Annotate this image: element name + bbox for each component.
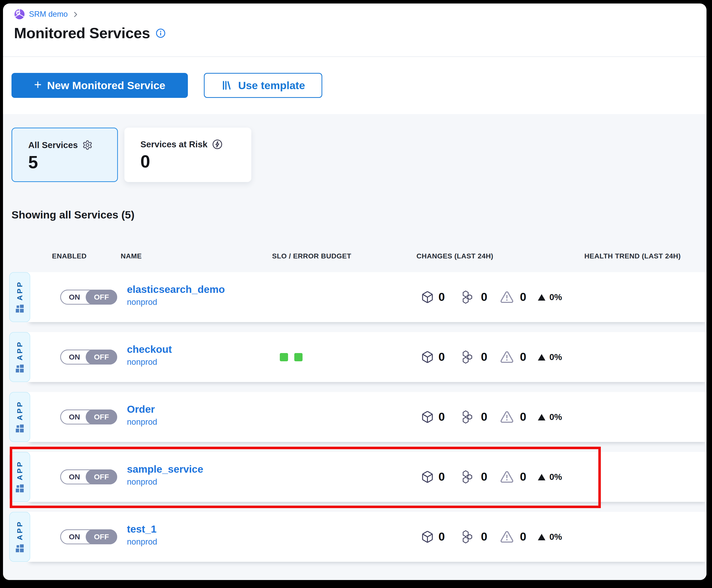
toggle-off-label[interactable]: OFF — [86, 529, 117, 544]
list-heading: Showing all Services (5) — [12, 209, 135, 221]
enabled-toggle[interactable]: ON OFF — [60, 469, 117, 484]
toggle-on-label[interactable]: ON — [61, 470, 88, 484]
all-services-card[interactable]: All Services 5 — [12, 128, 118, 182]
app-grid-icon — [15, 483, 25, 493]
use-template-button[interactable]: Use template — [204, 73, 322, 98]
app-grid-icon — [15, 363, 25, 374]
chevron-right-icon — [72, 11, 79, 18]
app-type-tag: APP — [9, 272, 30, 322]
alerts-count: 0 — [520, 290, 526, 303]
new-monitored-service-label: New Monitored Service — [47, 79, 165, 92]
alerts-warning-icon — [500, 290, 514, 304]
trend-up-arrow-icon — [538, 474, 545, 480]
header-divider — [3, 57, 707, 57]
app-grid-icon — [15, 543, 25, 553]
deployments-count: 0 — [439, 410, 445, 423]
trend-up-arrow-icon — [538, 354, 545, 360]
app-grid-icon — [15, 303, 25, 314]
library-icon — [221, 80, 232, 91]
page-title: Monitored Services — [14, 24, 150, 42]
service-name-block: Order nonprod — [127, 403, 157, 427]
enabled-toggle[interactable]: ON OFF — [60, 290, 117, 304]
service-name-block: test_1 nonprod — [127, 523, 157, 547]
services-at-risk-count: 0 — [140, 151, 251, 171]
services-at-risk-label: Services at Risk — [140, 139, 208, 149]
app-type-tag: APP — [9, 452, 30, 502]
service-environment: nonprod — [127, 537, 157, 547]
enabled-toggle[interactable]: ON OFF — [60, 529, 117, 544]
service-row: APP ON OFF test_1 nonprod 0 0 — [9, 512, 707, 562]
services-at-risk-card[interactable]: Services at Risk 0 — [124, 128, 251, 182]
toggle-off-label[interactable]: OFF — [86, 350, 117, 364]
alerts-count: 0 — [520, 530, 526, 543]
service-row: APP ON OFF checkout nonprod 0 0 — [9, 332, 707, 382]
infrastructure-hexagons-icon — [461, 530, 474, 544]
service-environment: nonprod — [127, 477, 203, 487]
alerts-warning-icon — [500, 350, 514, 364]
app-type-tag: APP — [9, 392, 30, 442]
new-monitored-service-button[interactable]: + New Monitored Service — [12, 73, 188, 98]
gear-icon — [82, 140, 93, 150]
service-name-link[interactable]: Order — [127, 403, 157, 415]
deployments-package-icon — [421, 351, 434, 363]
infrastructure-hexagons-icon — [461, 350, 474, 364]
service-name-link[interactable]: elasticsearch_demo — [127, 284, 225, 295]
health-trend-value: 0% — [549, 352, 562, 362]
alerts-count: 0 — [520, 350, 526, 363]
infrastructure-count: 0 — [481, 350, 487, 363]
toggle-on-label[interactable]: ON — [61, 530, 88, 544]
infrastructure-count: 0 — [481, 470, 487, 483]
toggle-off-label[interactable]: OFF — [86, 469, 117, 484]
health-trend-value: 0% — [549, 532, 562, 542]
service-name-link[interactable]: test_1 — [127, 523, 157, 535]
trend-up-arrow-icon — [538, 534, 545, 540]
service-environment: nonprod — [127, 357, 172, 367]
deployments-package-icon — [421, 530, 434, 543]
trend-up-arrow-icon — [538, 414, 545, 420]
health-trend-value: 0% — [549, 292, 562, 302]
deployments-package-icon — [421, 470, 434, 483]
page-header: Monitored Services — [14, 24, 166, 42]
lightning-icon — [212, 139, 223, 150]
use-template-label: Use template — [238, 79, 305, 92]
toggle-on-label[interactable]: ON — [61, 290, 88, 304]
column-header-changes: CHANGES (LAST 24H) — [416, 252, 493, 260]
trend-up-arrow-icon — [538, 294, 545, 301]
app-grid-icon — [15, 423, 25, 434]
toggle-off-label[interactable]: OFF — [86, 290, 117, 304]
app-tag-label: APP — [16, 400, 24, 420]
service-row: APP ON OFF Order nonprod 0 0 — [9, 392, 707, 442]
infrastructure-count: 0 — [481, 410, 487, 423]
infrastructure-hexagons-icon — [461, 470, 474, 484]
info-icon[interactable] — [156, 28, 166, 38]
toggle-off-label[interactable]: OFF — [86, 410, 117, 424]
toggle-on-label[interactable]: ON — [61, 350, 88, 364]
alerts-warning-icon — [500, 470, 514, 484]
all-services-label: All Services — [28, 140, 78, 150]
app-tag-label: APP — [16, 460, 24, 480]
app-type-tag: APP — [9, 512, 30, 562]
service-name-block: sample_service nonprod — [127, 463, 203, 487]
service-row: APP ON OFF sample_service nonprod 0 — [9, 452, 707, 502]
alerts-warning-icon — [500, 410, 514, 424]
slo-error-budget-cell — [280, 353, 303, 361]
slo-status-block — [280, 353, 288, 361]
deployments-count: 0 — [439, 530, 445, 543]
column-header-name: NAME — [121, 252, 142, 260]
breadcrumb-link[interactable]: SRM demo — [29, 10, 68, 19]
service-name-link[interactable]: sample_service — [127, 463, 203, 475]
deployments-count: 0 — [439, 470, 445, 483]
service-name-link[interactable]: checkout — [127, 343, 172, 355]
service-environment: nonprod — [127, 417, 157, 427]
breadcrumb: SRM demo — [14, 8, 79, 20]
toggle-on-label[interactable]: ON — [61, 410, 88, 424]
app-tag-label: APP — [16, 340, 24, 360]
column-header-enabled: ENABLED — [52, 252, 87, 260]
service-name-block: elasticsearch_demo nonprod — [127, 284, 225, 307]
infrastructure-hexagons-icon — [461, 410, 474, 424]
column-header-health-trend: HEALTH TREND (LAST 24H) — [584, 252, 681, 260]
enabled-toggle[interactable]: ON OFF — [60, 410, 117, 424]
deployments-count: 0 — [439, 290, 445, 303]
infrastructure-hexagons-icon — [461, 290, 474, 304]
enabled-toggle[interactable]: ON OFF — [60, 350, 117, 364]
